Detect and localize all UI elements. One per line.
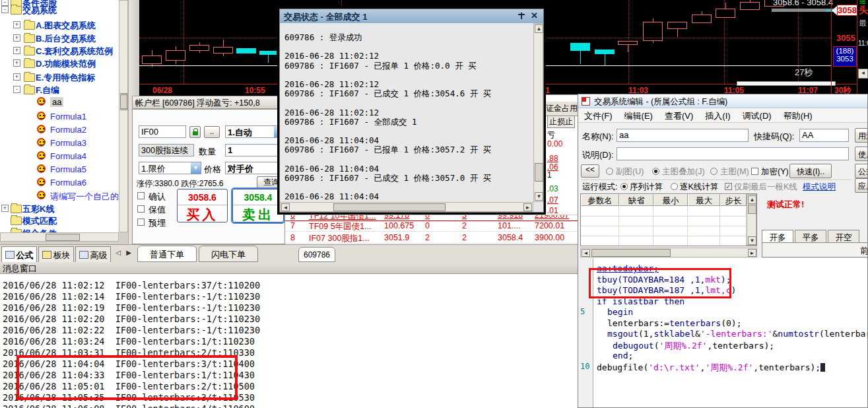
tree-item-模式匹配[interactable]: 模式匹配 — [0, 214, 119, 226]
expand-icon[interactable]: + — [13, 73, 20, 81]
radio-subchart-label: 副图(U) — [616, 166, 644, 178]
usage-button[interactable]: 用法 — [855, 128, 868, 143]
collapse-icon[interactable]: - — [13, 86, 20, 93]
param-table-scrollbar[interactable]: ▲ ▼ — [747, 194, 756, 246]
price-input[interactable]: 对手价 — [225, 162, 282, 174]
tree-item-B.后台交易系统[interactable]: +B.后台交易系统 — [0, 32, 119, 44]
folder-icon — [11, 217, 22, 225]
param-table-hscrollbar[interactable]: ◄ ► — [580, 248, 757, 257]
tree-item-Formula6[interactable]: Formula6 — [0, 176, 119, 189]
tree-item-Formula4[interactable]: Formula4 — [0, 150, 119, 162]
pos-tab-开空[interactable]: 开空 — [828, 230, 859, 243]
tree-item-F.自编[interactable]: -F.自编 — [0, 83, 119, 96]
buy-button[interactable]: 3058.6 买入 — [177, 189, 228, 222]
quote-row[interactable]: 7TF09 5年国债1...100.67502101....7200.01 — [285, 221, 578, 232]
stop-loss-button[interactable]: 止损止 — [547, 116, 575, 128]
menu-编辑(E)[interactable]: 编辑(E) — [618, 108, 659, 122]
name-input[interactable]: aa — [617, 129, 749, 142]
radio-run-perbar[interactable] — [671, 183, 678, 190]
tree-horizontal-scrollbar[interactable] — [0, 232, 119, 242]
dialog-log-line: 609786 : IF1607 - 已报单 1 价格:3057.2 开 买 — [284, 145, 491, 156]
tab-account[interactable]: 609786 — [298, 247, 335, 262]
param-col-最大[interactable]: 最大 — [688, 194, 720, 206]
tab-板块[interactable]: 板块 — [38, 246, 74, 262]
collapse-button[interactable]: << — [581, 164, 599, 178]
price-type-select[interactable]: 1.限价 ▼ — [139, 162, 201, 174]
pos-tab-开多[interactable]: 开多 — [762, 230, 793, 243]
expand-icon[interactable]: + — [13, 21, 20, 28]
tree-item-D.功能模块范例[interactable]: +D.功能模块范例 — [0, 57, 119, 69]
expand-icon[interactable]: + — [13, 47, 20, 54]
dialog-pin-icon[interactable] — [518, 13, 525, 19]
order-checkbox-确认[interactable] — [137, 192, 145, 199]
menu-文件(F)[interactable]: 文件(F) — [578, 108, 618, 122]
quote-row[interactable]: 8IF07 300股指1...3051.9223058.43900.00 — [285, 232, 578, 244]
collapse-icon[interactable]: - — [1, 6, 9, 13]
encrypt-checkbox[interactable] — [751, 168, 758, 175]
desc-input[interactable] — [617, 147, 849, 160]
tree-item-aa[interactable]: aa — [0, 96, 119, 108]
tab-scroll-right-button[interactable]: ▶ — [124, 249, 133, 258]
pos-tab-平多[interactable]: 平多 — [795, 230, 826, 243]
expand-icon[interactable]: + — [1, 205, 9, 212]
lock-button[interactable] — [189, 126, 201, 138]
tab-闪电下单[interactable]: 闪电下单 — [199, 246, 258, 262]
expand-icon[interactable]: + — [13, 59, 20, 67]
radio-subchart[interactable] — [606, 168, 613, 175]
dialog-hscrollbar[interactable]: ◄ ► — [280, 202, 533, 212]
formula-icon — [37, 191, 46, 199]
tree-item-Formula1[interactable]: Formula1 — [0, 110, 119, 123]
tab-普通下单[interactable]: 普通下单 — [137, 246, 197, 262]
tab-公式[interactable]: 公式 — [1, 246, 37, 262]
refresh-lastbar-checkbox[interactable]: ✓ — [725, 183, 732, 190]
menu-插入(I)[interactable]: 插入(I) — [699, 108, 736, 122]
menu-查看(V)[interactable]: 查看(V) — [659, 108, 699, 122]
radio-overlay[interactable] — [652, 168, 659, 175]
quick-button[interactable]: 快速(I).. — [789, 164, 832, 178]
dialog-close-icon[interactable]: ✕ — [531, 11, 538, 20]
param-col-步长[interactable]: 步长 — [720, 194, 747, 206]
quote-sliver-value: .88 — [547, 154, 558, 163]
radio-run-sequence[interactable] — [620, 183, 628, 190]
tree-item-交易系统[interactable]: -交易系统 — [0, 3, 119, 16]
dialog-title-bar[interactable]: 交易状态 - 全部成交 1 ✕ — [280, 9, 543, 23]
param-col-缺省[interactable]: 缺省 — [619, 194, 653, 206]
editor-title-bar[interactable]: 交易系统编辑 - (所属公式组 : F.自编) — [578, 94, 867, 108]
apply-button[interactable]: 应用 — [855, 178, 868, 193]
message-log-line: 2016/06/28 11:02:12 IF00-lenterbars:37/t… — [3, 280, 260, 290]
symbol-input[interactable]: IF00 — [139, 125, 186, 138]
order-panel: IF00 .. 1.自动 ▼ 300股指连续 数量 1 1.限价 ▼ 价格 对手… — [132, 109, 285, 244]
order-checkbox-保值[interactable] — [137, 205, 145, 213]
param-col-最小[interactable]: 最小 — [653, 194, 688, 206]
tree-item-五彩K线[interactable]: +五彩K线 — [0, 202, 119, 215]
tree-item-Formula3[interactable]: Formula3 — [0, 137, 119, 149]
sell-button[interactable]: 3058.4 卖出 — [232, 189, 284, 222]
menu-调试(D)[interactable]: 调试(D) — [737, 108, 778, 122]
tree-item-请编写一个自己的[interactable]: 请编写一个自己的 — [0, 189, 119, 202]
tree-item-Formula2[interactable]: Formula2 — [0, 123, 119, 136]
help-button[interactable]: 使用 — [855, 147, 868, 161]
right-pane-scroll-left-button[interactable]: ◄ — [858, 69, 868, 79]
tab-scroll-left-button[interactable]: ◁ — [114, 249, 123, 258]
order-checkbox-预埋[interactable] — [137, 219, 145, 226]
menu-帮助(H)[interactable]: 帮助(H) — [778, 108, 818, 122]
tree-item-E.专用特色指标[interactable]: +E.专用特色指标 — [0, 71, 119, 83]
price-type-dropdown-icon[interactable]: ▼ — [191, 162, 201, 174]
radio-mainchart[interactable] — [710, 168, 718, 175]
tab-高级[interactable]: 高级 — [75, 246, 111, 262]
qty-input[interactable]: 1 — [225, 144, 283, 156]
formula-group-button[interactable]: 公式 — [855, 164, 868, 178]
tree-item-Formula5[interactable]: Formula5 — [0, 163, 119, 176]
symbol-picker-button[interactable]: .. — [204, 126, 220, 138]
expand-icon[interactable]: + — [13, 34, 20, 42]
tree-item-A.图表交易系统[interactable]: +A.图表交易系统 — [0, 18, 119, 31]
tree-item-label: B.后台交易系统 — [36, 33, 96, 45]
tree-item-组合条件[interactable]: 组合条件 — [0, 226, 119, 232]
tree-item-C.套利交易系统范例[interactable]: +C.套利交易系统范例 — [0, 44, 119, 57]
mode-help-link[interactable]: 模式说明 — [803, 182, 836, 193]
mode-select[interactable]: 1.自动 ▼ — [225, 125, 284, 138]
hotkey-input[interactable]: AA — [799, 129, 849, 142]
param-col-参数名[interactable]: 参数名 — [581, 194, 619, 206]
tree-vertical-scrollbar[interactable] — [119, 0, 128, 232]
dialog-vscrollbar[interactable]: ▲ ▼ — [533, 23, 543, 202]
